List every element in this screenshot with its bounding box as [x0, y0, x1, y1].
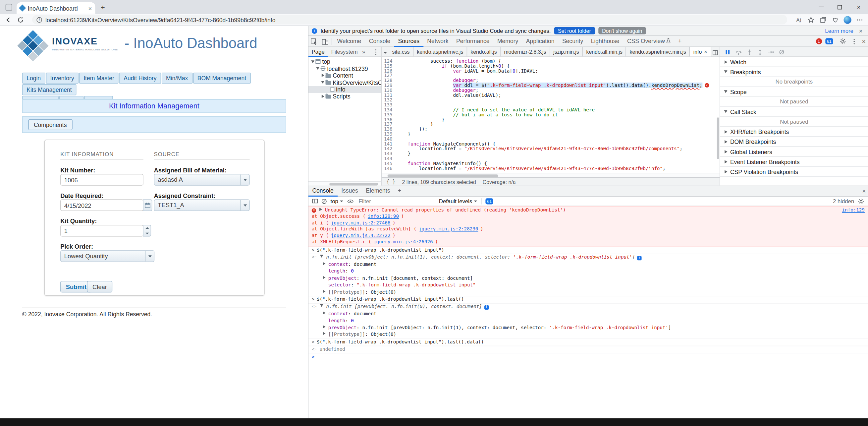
profile-avatar[interactable] — [843, 16, 851, 24]
tree-item-localhost-61239[interactable]: localhost:61239 — [308, 65, 382, 72]
device-toolbar-icon[interactable] — [319, 36, 330, 47]
editor-tab-kendo-aspnetmvc-js[interactable]: kendo.aspnetmvc.js — [413, 47, 467, 56]
tree-item-kitsoverview-kitsoverview-9dfa6421-9f43-477c-860d-1b99b8c92f0b[interactable]: KitsOverview/KitsOverview/9dfa6421-9f43-… — [308, 79, 382, 86]
pick-order-dropdown-arrow-icon[interactable] — [145, 251, 154, 261]
editor-tab-jszip-min-js[interactable]: jszip.min.js — [550, 47, 583, 56]
drawer-close-icon[interactable]: × — [860, 188, 868, 194]
browser-menu-icon[interactable] — [856, 16, 863, 24]
infobar-close-icon[interactable]: × — [857, 28, 865, 34]
learn-more-link[interactable]: Learn more — [825, 28, 853, 34]
hidden-messages-note[interactable]: 2 hidden — [833, 198, 854, 204]
console-command[interactable]: >$(".k-form-field-wrap .k-dropdownlist i… — [308, 296, 868, 303]
expander-icon[interactable] — [723, 60, 728, 63]
object-property[interactable]: context: document — [328, 262, 376, 267]
editor-tab-kendo-all-js[interactable]: kendo.all.js — [467, 47, 501, 56]
expander-icon[interactable] — [320, 304, 324, 307]
expander-icon[interactable] — [322, 276, 326, 279]
favorites-star-icon[interactable] — [807, 16, 815, 24]
navigator-hscrollbar[interactable] — [308, 181, 382, 185]
read-aloud-icon[interactable]: A) — [795, 16, 802, 24]
devtools-tab-performance[interactable]: Performance — [452, 36, 493, 47]
debugger-section-xhr-fetch-breakpoints[interactable]: XHR/fetch Breakpoints — [720, 127, 868, 137]
nav-item-bom-management[interactable]: BOM Management — [193, 73, 250, 84]
debugger-section-breakpoints[interactable]: Breakpoints — [720, 67, 868, 77]
editor-tab-kendo-aspnetmvc-min-js[interactable]: kendo.aspnetmvc.min.js — [626, 47, 690, 56]
expander-icon[interactable] — [322, 289, 326, 293]
devtools-tab-application[interactable]: Application — [522, 36, 558, 47]
live-expression-eye-icon[interactable] — [347, 199, 353, 203]
expander-icon[interactable] — [322, 325, 326, 329]
expander-icon[interactable] — [320, 81, 325, 84]
tree-item-content[interactable]: Content — [308, 72, 382, 79]
line-number[interactable]: 135 — [382, 112, 396, 117]
line-number[interactable]: 140 — [382, 137, 396, 142]
expander-icon[interactable] — [723, 140, 728, 143]
editor-tab-info[interactable]: info× — [690, 47, 711, 56]
expander-icon[interactable] — [320, 94, 325, 98]
devtools-tab-security[interactable]: Security — [558, 36, 587, 47]
expander-icon[interactable] — [320, 74, 325, 77]
more-tabs-button[interactable]: + — [674, 36, 685, 47]
debugger-section-event-listener-breakpoints[interactable]: Event Listener Breakpoints — [720, 157, 868, 167]
debugger-section-scope[interactable]: Scope — [720, 87, 868, 97]
nav-item-audit-history[interactable]: Audit History — [119, 73, 161, 84]
devtools-tab-welcome[interactable]: Welcome — [333, 36, 365, 47]
dont-show-again-button[interactable]: Don't show again — [598, 27, 646, 34]
devtools-tab-network[interactable]: Network — [424, 36, 453, 47]
tree-item-info[interactable]: info — [308, 86, 382, 93]
devtools-close-icon[interactable]: × — [860, 37, 868, 45]
expander-icon[interactable] — [315, 67, 320, 70]
devtools-tab-memory[interactable]: Memory — [493, 36, 522, 47]
nav-item-inventory[interactable]: Inventory — [46, 73, 79, 84]
stack-frame-link[interactable]: jquery.min.js:2:28230 — [419, 227, 478, 232]
kit-number-input[interactable] — [60, 174, 144, 186]
inspect-element-icon[interactable] — [308, 36, 319, 47]
line-number[interactable]: 145 — [382, 161, 396, 166]
error-source-link[interactable]: info:129 — [842, 208, 865, 213]
add-drawer-pane-button[interactable]: + — [394, 186, 405, 197]
editor-tab-overflow-icon[interactable] — [382, 47, 389, 57]
stack-frame-link[interactable]: jquery.min.js:2:27466 — [331, 221, 391, 226]
error-count-badge[interactable]: 1 — [816, 38, 822, 44]
console-result[interactable]: <·n.fn.init [prevObject: n.fn.init(0), c… — [308, 304, 868, 339]
object-property[interactable]: length: 0 — [328, 318, 354, 323]
devtools-settings-gear-icon[interactable] — [838, 36, 848, 47]
stepper-up-icon[interactable] — [144, 225, 151, 231]
tab-actions-icon[interactable] — [6, 4, 12, 10]
expander-icon[interactable] — [322, 262, 326, 265]
object-property[interactable]: prevObject: n.fn.init [prevObject: n.fn.… — [328, 325, 671, 331]
nav-item-kits-management[interactable]: Kits Management — [22, 84, 76, 95]
navigator-menu-kebab-icon[interactable] — [370, 47, 381, 57]
log-levels-selector[interactable]: Default levels — [439, 198, 477, 204]
tab-close-icon[interactable]: × — [704, 47, 707, 56]
debugger-section-dom-breakpoints[interactable]: DOM Breakpoints — [720, 137, 868, 147]
refresh-icon[interactable] — [17, 16, 24, 24]
expander-icon[interactable] — [322, 311, 326, 315]
maximize-button[interactable] — [830, 0, 849, 14]
debugger-section-csp-violation-breakpoints[interactable]: CSP Violation Breakpoints — [720, 167, 868, 177]
console-prompt[interactable]: > — [308, 353, 868, 360]
expander-icon[interactable] — [723, 110, 728, 113]
browser-tab[interactable]: InoAuto Dashboard × — [17, 2, 95, 14]
new-tab-button[interactable]: + — [101, 3, 105, 11]
expander-icon[interactable] — [320, 255, 324, 258]
object-property[interactable]: [[Prototype]]: Object(0) — [328, 332, 396, 338]
drawer-tab-elements[interactable]: Elements — [362, 186, 394, 197]
close-button[interactable]: × — [849, 0, 868, 14]
debugger-section-global-listeners[interactable]: Global Listeners — [720, 147, 868, 157]
editor-hscrollbar[interactable] — [382, 173, 720, 177]
console-sidebar-icon[interactable] — [312, 199, 318, 203]
debugger-section-call-stack[interactable]: Call Stack — [720, 107, 868, 117]
more-navigator-tabs-icon[interactable]: » — [361, 49, 366, 55]
stack-frame-link[interactable]: jquery.min.js:4:26926 — [373, 239, 433, 245]
editor-tab-modernizr-2-8-3-js[interactable]: modernizr-2.8.3.js — [501, 47, 550, 56]
devtools-tab-lighthouse[interactable]: Lighthouse — [587, 36, 623, 47]
line-number[interactable]: 125 — [382, 64, 396, 68]
expander-icon[interactable] — [322, 332, 326, 336]
step-into-icon[interactable] — [747, 49, 752, 55]
console-error-message[interactable]: ×Uncaught TypeError: Cannot read propert… — [308, 206, 868, 247]
pause-script-icon[interactable] — [725, 49, 730, 55]
tree-item-scripts[interactable]: Scripts — [308, 93, 382, 100]
components-button[interactable]: Components — [28, 119, 72, 130]
object-property[interactable]: prevObject: n.fn.init [document, context… — [328, 276, 473, 281]
